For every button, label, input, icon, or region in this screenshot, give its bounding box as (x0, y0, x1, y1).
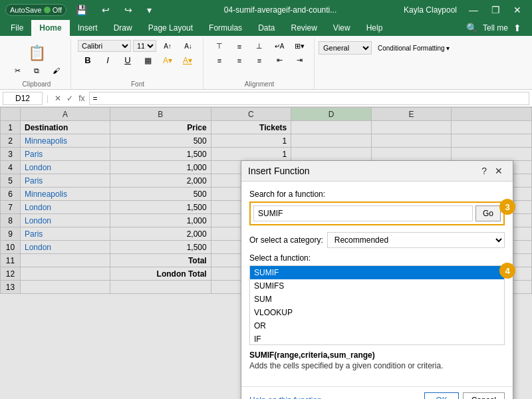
format-painter-btn[interactable]: 🖌 (47, 65, 65, 77)
copy-btn[interactable]: ⧉ (27, 65, 46, 77)
formula-icons: ✕ ✓ fx (53, 93, 86, 104)
function-list-item[interactable]: OR (250, 319, 504, 332)
function-list-section: Select a function: SUMIFSUMIFSSUMVLOOKUP… (249, 253, 505, 345)
alignment-label: Alignment (245, 80, 274, 88)
cut-btn[interactable]: ✂ (8, 65, 27, 77)
search-label: Search for a function: (249, 190, 505, 199)
increase-font-btn[interactable]: A↑ (158, 41, 177, 52)
dialog-titlebar: Insert Function ? ✕ (241, 161, 513, 182)
align-bottom-btn[interactable]: ⊥ (250, 40, 269, 53)
accept-formula-btn[interactable]: ✓ (65, 93, 75, 104)
tab-data[interactable]: Data (250, 20, 283, 36)
wrap-text-btn[interactable]: ↵A (270, 40, 289, 53)
align-middle-btn[interactable]: ≡ (230, 40, 249, 53)
save-button[interactable]: 💾 (70, 3, 92, 17)
align-right-btn[interactable]: ≡ (250, 54, 269, 66)
align-center-btn[interactable]: ≡ (230, 54, 249, 66)
dialog-footer: Help on this function OK Cancel (241, 386, 513, 399)
conditional-formatting-btn[interactable]: Conditional Formatting ▾ (374, 43, 453, 54)
main-area: A B C D E 1DestinationPriceTickets2Minne… (0, 107, 532, 399)
ribbon-group-alignment: ⊤ ≡ ⊥ ↵A ⊞▾ ≡ ≡ ≡ ⇤ ⇥ Alignment (205, 39, 315, 89)
function-list[interactable]: SUMIFSUMIFSSUMVLOOKUPORIF (249, 265, 505, 345)
close-button[interactable]: ✕ (508, 3, 527, 17)
cancel-formula-btn[interactable]: ✕ (53, 93, 63, 104)
minimize-button[interactable]: — (464, 3, 483, 17)
tell-me-label: Tell me (483, 23, 508, 33)
function-list-item[interactable]: SUMIFS (250, 279, 504, 293)
italic-btn[interactable]: I (98, 53, 117, 67)
share-btn[interactable]: ⬆ (508, 21, 527, 35)
autosave-dot (44, 7, 51, 13)
insert-function-dialog: Insert Function ? ✕ Search for a functio… (241, 160, 513, 399)
search-section: Search for a function: Go 3 (249, 190, 505, 225)
dialog-overlay: Insert Function ? ✕ Search for a functio… (0, 107, 532, 399)
step-3-badge: 3 (499, 199, 515, 215)
decrease-indent-btn[interactable]: ⇤ (270, 54, 289, 66)
autosave-label: AutoSave (10, 6, 42, 14)
dialog-help-btn[interactable]: ? (478, 165, 490, 177)
merge-btn[interactable]: ⊞▾ (290, 40, 309, 53)
category-label: Or select a category: (249, 235, 323, 245)
ok-button[interactable]: OK (424, 392, 458, 399)
tab-formulas[interactable]: Formulas (201, 20, 250, 36)
dialog-close-btn[interactable]: ✕ (491, 165, 506, 177)
fill-color-btn[interactable]: A▾ (158, 54, 177, 67)
category-select[interactable]: Recommended (327, 232, 505, 248)
customize-btn[interactable]: ▾ (142, 3, 157, 17)
function-search-input[interactable] (253, 205, 473, 221)
autosave-toggle[interactable]: AutoSave Off (5, 4, 66, 16)
tab-draw[interactable]: Draw (106, 20, 140, 36)
font-color-btn[interactable]: A▾ (178, 54, 197, 67)
border-btn[interactable]: ▦ (138, 54, 157, 67)
formula-divider: | (47, 94, 49, 103)
undo-button[interactable]: ↩ (96, 3, 115, 17)
func-description: Adds the cells specified by a given cond… (249, 361, 505, 370)
cell-reference-input[interactable] (3, 92, 43, 105)
align-top-btn[interactable]: ⊤ (210, 40, 229, 53)
autosave-state: Off (53, 6, 62, 14)
category-row: Or select a category: Recommended (249, 232, 505, 248)
redo-button[interactable]: ↪ (119, 3, 138, 17)
search-ribbon-btn[interactable]: 🔍 (461, 21, 483, 35)
function-list-item[interactable]: IF (250, 332, 504, 345)
function-list-item[interactable]: SUMIF (250, 266, 504, 279)
clipboard-label: Clipboard (23, 80, 51, 88)
tab-page-layout[interactable]: Page Layout (140, 20, 201, 36)
font-family-select[interactable]: Calibri (78, 40, 131, 52)
ribbon-group-clipboard: 📋 ✂ ⧉ 🖌 Clipboard (3, 39, 71, 89)
tab-view[interactable]: View (325, 20, 358, 36)
tab-file[interactable]: File (3, 20, 31, 36)
function-list-item[interactable]: VLOOKUP (250, 306, 504, 319)
bold-btn[interactable]: B (78, 53, 97, 67)
ribbon-group-font: Calibri 11 A↑ A↓ B I U ▦ A▾ A▾ Font (72, 39, 203, 89)
step-4-badge: 4 (499, 263, 515, 279)
tab-review[interactable]: Review (283, 20, 325, 36)
ribbon: File Home Insert Draw Page Layout Formul… (0, 20, 532, 90)
help-link[interactable]: Help on this function (249, 396, 322, 399)
formula-input[interactable] (89, 92, 529, 105)
cancel-button[interactable]: Cancel (463, 392, 505, 399)
tab-help[interactable]: Help (358, 20, 391, 36)
search-wrapper: Go (249, 201, 505, 225)
footer-buttons: OK Cancel (424, 392, 505, 399)
ribbon-tab-bar: File Home Insert Draw Page Layout Formul… (0, 20, 532, 36)
font-label: Font (131, 80, 144, 88)
increase-indent-btn[interactable]: ⇥ (290, 54, 309, 66)
function-list-label: Select a function: (249, 253, 505, 263)
insert-function-btn[interactable]: fx (76, 93, 86, 104)
title-bar-left: AutoSave Off 💾 ↩ ↪ ▾ (5, 3, 157, 17)
decrease-font-btn[interactable]: A↓ (179, 41, 198, 52)
function-list-item[interactable]: SUM (250, 293, 504, 306)
number-format-select[interactable]: General (319, 41, 372, 55)
align-left-btn[interactable]: ≡ (210, 54, 229, 66)
paste-btn[interactable]: 📋 (8, 43, 65, 64)
restore-button[interactable]: ❐ (486, 3, 505, 17)
tab-insert[interactable]: Insert (70, 20, 106, 36)
user-name: Kayla Claypool (404, 5, 457, 15)
underline-btn[interactable]: U (118, 53, 137, 67)
tab-home[interactable]: Home (31, 20, 69, 36)
dialog-title-buttons: ? ✕ (478, 165, 506, 177)
formula-bar: | ✕ ✓ fx (0, 90, 532, 107)
font-size-select[interactable]: 11 (133, 40, 156, 52)
go-button[interactable]: Go (475, 205, 501, 221)
